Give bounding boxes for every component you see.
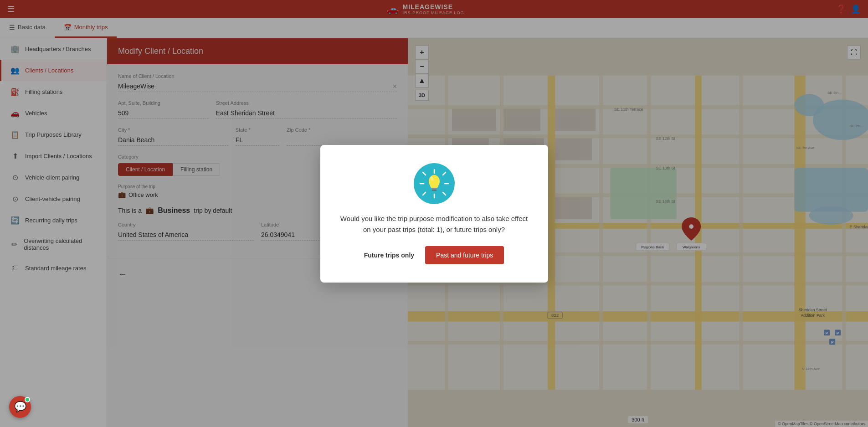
chat-icon: 💬 (14, 401, 26, 413)
modal-dialog: Would you like the trip purpose modifica… (320, 145, 548, 283)
lightbulb-svg (418, 168, 450, 200)
chat-badge (25, 397, 30, 402)
modal-actions: Future trips only Past and future trips (364, 246, 504, 264)
svg-rect-71 (431, 188, 437, 190)
modal-icon-wrap (414, 163, 455, 204)
modal-overlay: Would you like the trip purpose modifica… (0, 0, 868, 427)
modal-message: Would you like the trip purpose modifica… (337, 213, 532, 235)
future-trips-button[interactable]: Future trips only (364, 252, 414, 259)
svg-rect-72 (432, 190, 437, 191)
chat-button[interactable]: 💬 (9, 396, 31, 418)
past-future-trips-button[interactable]: Past and future trips (425, 246, 504, 264)
